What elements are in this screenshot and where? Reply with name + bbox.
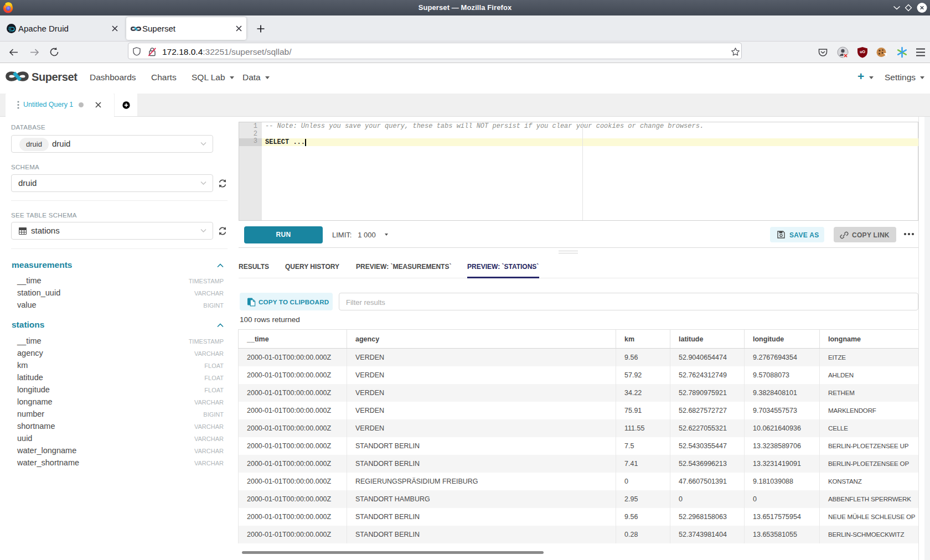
svg-text:uO: uO [860, 50, 865, 54]
